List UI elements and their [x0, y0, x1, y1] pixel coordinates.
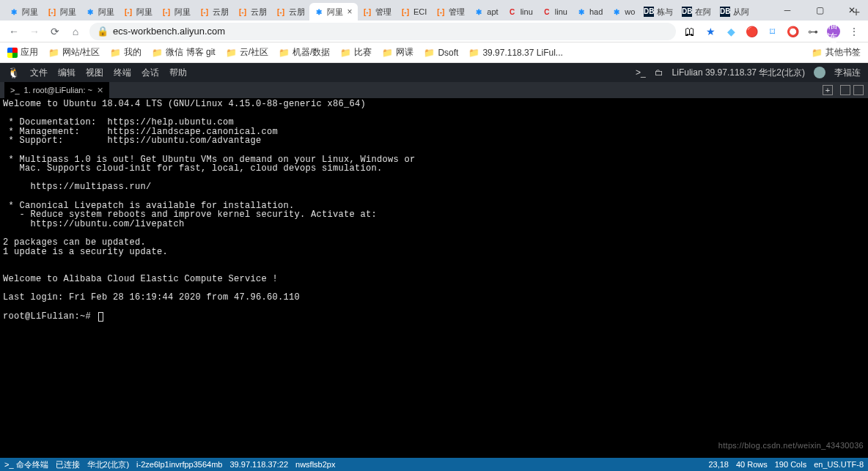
home-button[interactable]: ⌂: [69, 25, 82, 38]
status-item[interactable]: i-2ze6lp1invrfpp3564mb: [136, 460, 222, 469]
favicon: ✱: [474, 7, 484, 17]
terminal-tab-icon: >_: [10, 86, 20, 94]
browser-tab[interactable]: ✱阿里: [4, 3, 43, 21]
profile-avatar[interactable]: 福连: [827, 25, 840, 38]
tab-label: 阿里: [136, 7, 152, 18]
bookmark-item[interactable]: 📁网站/社区: [48, 46, 100, 59]
browser-tab[interactable]: [-]ECI: [396, 3, 431, 21]
bookmark-item[interactable]: 📁Dsoft: [424, 46, 458, 59]
favicon: [-]: [238, 7, 248, 17]
browser-tab[interactable]: ✱阿里: [81, 3, 119, 21]
status-item[interactable]: 23,18: [708, 460, 729, 469]
browser-tab[interactable]: [-]阿里: [119, 3, 157, 21]
user-avatar-icon[interactable]: [814, 67, 825, 78]
ext-icon-1[interactable]: ◆: [724, 25, 738, 38]
apps-shortcut[interactable]: 应用: [7, 46, 38, 59]
bookmark-item[interactable]: 📁微信 博客 git: [152, 46, 215, 59]
key-icon[interactable]: ⊶: [806, 25, 820, 38]
browser-tab[interactable]: ✱apt: [469, 3, 502, 21]
minimize-button[interactable]: ─: [771, 0, 803, 21]
tab-label: had: [589, 7, 603, 16]
maximize-button[interactable]: ▢: [803, 0, 836, 21]
folder-icon: 📁: [468, 48, 479, 58]
status-item[interactable]: 已连接: [56, 459, 80, 470]
bookmark-item[interactable]: 📁云/社区: [226, 46, 268, 59]
bookmark-star-icon[interactable]: ★: [704, 25, 717, 38]
tab-label: 在阿: [695, 7, 711, 18]
terminal-prompt-icon[interactable]: >_: [636, 67, 646, 78]
folder-icon: 📁: [812, 48, 823, 58]
favicon: ✱: [576, 7, 586, 17]
favicon: ✱: [85, 7, 95, 17]
ext-icon-4[interactable]: ⭕: [786, 25, 799, 38]
folder-toolbar-icon[interactable]: 🗀: [655, 67, 663, 78]
menu-item[interactable]: 视图: [86, 67, 103, 79]
status-item[interactable]: 40 Rows: [736, 460, 768, 469]
url-field[interactable]: 🔒 ecs-workbench.aliyun.com: [89, 23, 676, 40]
tab-label: apt: [487, 7, 498, 16]
close-tab-icon[interactable]: ×: [346, 7, 353, 17]
menu-item[interactable]: 会话: [141, 67, 159, 79]
status-item[interactable]: nwsflsb2px: [295, 460, 335, 469]
browser-tab[interactable]: ✱had: [572, 3, 607, 21]
browser-tab[interactable]: Clinu: [537, 3, 572, 21]
favicon: [-]: [400, 7, 411, 17]
folder-icon: 📁: [279, 48, 290, 58]
ext-icon-2[interactable]: 🔴: [745, 25, 758, 38]
menu-item[interactable]: 终端: [114, 67, 131, 79]
ext-icon-3[interactable]: ⌑: [765, 25, 779, 38]
browser-tab[interactable]: DB栋与: [639, 3, 677, 21]
favicon: DB: [644, 7, 654, 17]
browser-tab[interactable]: DB在阿: [677, 3, 716, 21]
browser-tab[interactable]: DB从阿: [716, 3, 754, 21]
bookmark-item[interactable]: 📁网课: [382, 46, 413, 59]
close-window-button[interactable]: ✕: [836, 0, 868, 21]
menu-item[interactable]: 编辑: [58, 67, 76, 79]
address-bar: ← → ⟳ ⌂ 🔒 ecs-workbench.aliyun.com 🕮 ★ ◆…: [0, 21, 868, 42]
other-bookmarks[interactable]: 📁其他书签: [812, 46, 861, 59]
folder-icon: 📁: [382, 48, 393, 58]
browser-menu-icon[interactable]: ⋮: [847, 25, 861, 38]
bookmark-item[interactable]: 📁我的: [110, 46, 141, 59]
terminal-tab-bar: >_ 1. root@LiFulian: ~ ✕ +: [0, 82, 868, 98]
back-button[interactable]: ←: [7, 25, 21, 38]
favicon: DB: [682, 7, 692, 17]
folder-icon: 📁: [340, 48, 351, 58]
menu-item[interactable]: 帮助: [169, 67, 187, 79]
bookmark-item[interactable]: 📁比赛: [340, 46, 372, 59]
bookmark-item[interactable]: 📁机器/数据: [279, 46, 330, 59]
tab-label: 云朋: [289, 7, 305, 18]
menu-item[interactable]: 文件: [30, 67, 48, 79]
browser-tab[interactable]: [-]云朋: [271, 3, 309, 21]
status-item[interactable]: >_ 命令终端: [4, 459, 48, 470]
close-terminal-tab[interactable]: ✕: [97, 86, 103, 95]
status-item[interactable]: en_US.UTF-8: [814, 460, 864, 469]
add-panel-icon[interactable]: +: [823, 85, 833, 95]
browser-tab[interactable]: [-]云朋: [233, 3, 271, 21]
terminal-output[interactable]: Welcome to Ubuntu 18.04.4 LTS (GNU/Linux…: [0, 98, 868, 458]
browser-tab[interactable]: [-]阿里: [43, 3, 81, 21]
reload-button[interactable]: ⟳: [48, 25, 62, 38]
translate-icon[interactable]: 🕮: [683, 25, 696, 38]
status-item[interactable]: 190 Cols: [775, 460, 806, 469]
status-item[interactable]: 华北2(北京): [87, 459, 129, 470]
window-controls: ─ ▢ ✕: [771, 0, 868, 21]
forward-button[interactable]: →: [28, 25, 41, 38]
browser-tab[interactable]: [-]阿里: [157, 3, 195, 21]
browser-tab[interactable]: [-]管理: [358, 3, 396, 21]
tab-label: 阿里: [327, 7, 343, 18]
terminal-tab[interactable]: >_ 1. root@LiFulian: ~ ✕: [4, 82, 109, 98]
status-item[interactable]: 39.97.118.37:22: [229, 460, 288, 469]
tab-label: 阿里: [98, 7, 114, 18]
browser-tab[interactable]: Clinu: [503, 3, 537, 21]
favicon: [-]: [362, 7, 372, 17]
browser-tab[interactable]: [-]云朋: [195, 3, 233, 21]
browser-tab[interactable]: ✱wo: [607, 3, 639, 21]
watermark-text: https://blog.csdn.net/weixin_43430036: [718, 442, 864, 450]
browser-tab[interactable]: ✱阿里×: [309, 3, 358, 21]
user-name: 李福连: [834, 67, 861, 79]
bookmark-item[interactable]: 📁39.97.118.37 LiFul...: [468, 46, 562, 59]
browser-tab[interactable]: [-]管理: [431, 3, 469, 21]
layout-icons[interactable]: [840, 85, 864, 95]
favicon: [-]: [161, 7, 172, 17]
